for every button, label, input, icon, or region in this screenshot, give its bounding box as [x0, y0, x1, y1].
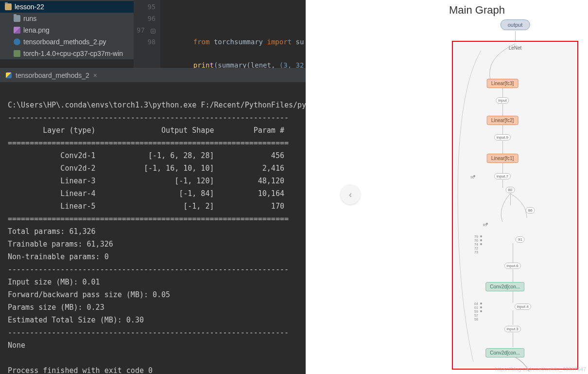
graph-node-86[interactable]: 86 [526, 207, 535, 214]
tree-label: tensorboard_methods_2.py [23, 38, 106, 46]
project-tree[interactable]: lesson-22 runs lena.png tensorboard_meth… [0, 0, 134, 59]
graph-edge [502, 125, 503, 134]
console-line: ----------------------------------------… [8, 113, 289, 122]
line-number: 95 [137, 1, 156, 13]
line-number: 97 [137, 26, 145, 34]
console-line: ========================================… [8, 214, 289, 223]
line-number: 98 [137, 36, 156, 48]
run-console: tensorboard_methods_2 × C:\Users\HP\.con… [0, 68, 309, 374]
code-line [160, 13, 304, 24]
console-tab-label: tensorboard_methods_2 [16, 71, 89, 79]
graph-node-fc2[interactable]: Linear[fc2] [487, 116, 519, 125]
tree-item-lesson-22[interactable]: lesson-22 [0, 1, 134, 13]
graph-dot [486, 223, 488, 225]
console-output[interactable]: C:\Users\HP\.conda\envs\torch1.3\python.… [0, 82, 309, 374]
graph-edge [513, 333, 513, 347]
console-line: Trainable params: 61,326 [8, 240, 113, 249]
graph-node-output[interactable]: output [501, 19, 530, 30]
console-line: Input size (MB): 0.01 [8, 278, 100, 286]
console-line: Linear-3 [-1, 120] 48,120 [8, 177, 284, 185]
folder-icon [14, 15, 20, 22]
graph-edge [502, 180, 503, 188]
graph-node-conv2[interactable]: Conv2d[con... [485, 282, 524, 291]
code-line: print(summary(lenet, (3, 32 [160, 59, 304, 68]
console-line: C:\Users\HP\.conda\envs\torch1.3\python.… [8, 101, 311, 109]
graph-edge [513, 310, 513, 325]
python-run-icon [6, 72, 12, 78]
graph-canvas[interactable]: output LeNet Linear[fc3] input Linear[fc… [452, 19, 578, 370]
tree-label: lesson-22 [15, 3, 44, 11]
tree-item-tb2[interactable]: tensorboard_methods_2.py [0, 36, 134, 48]
console-line: Params size (MB): 0.23 [8, 303, 104, 312]
console-line: Total params: 61,326 [8, 227, 96, 236]
graph-node-fc1[interactable]: Linear[fc1] [487, 154, 519, 163]
graph-node-80[interactable]: 80 [505, 187, 515, 193]
console-line: ========================================… [8, 139, 289, 147]
console-line: Linear-5 [-1, 2] 170 [8, 202, 284, 211]
ide-panel: lesson-22 runs lena.png tensorboard_meth… [0, 0, 306, 374]
console-line: Conv2d-1 [-1, 6, 28, 28] 456 [8, 151, 284, 160]
fold-icon[interactable]: − [151, 29, 156, 34]
package-file-icon [14, 50, 20, 57]
tensorboard-graph-panel[interactable]: Main Graph output LeNet Linear[fc3] inpu… [439, 0, 588, 374]
chevron-left-icon: ‹ [349, 190, 352, 200]
graph-edge [502, 104, 503, 116]
graph-node-input[interactable]: input [496, 97, 509, 104]
graph-edge [502, 141, 503, 154]
console-line: Linear-4 [-1, 84] 10,164 [8, 189, 284, 198]
graph-node-91[interactable]: 91 [516, 236, 525, 243]
close-icon[interactable]: × [93, 71, 97, 79]
graph-node-conv1[interactable]: Conv2d[con... [485, 348, 524, 357]
graph-edge [513, 243, 513, 263]
python-file-icon [14, 38, 20, 45]
graph-edge [513, 291, 513, 303]
code-editor[interactable]: 95 96 97 − 98 from torchsummary import s… [134, 0, 309, 68]
image-file-icon [14, 27, 20, 34]
console-tab[interactable]: tensorboard_methods_2 × [0, 69, 309, 82]
graph-edge [479, 44, 518, 82]
graph-node-fc3[interactable]: Linear[fc3] [487, 79, 519, 88]
graph-node-input7[interactable]: input.7 [494, 173, 511, 179]
console-line: Estimated Total Size (MB): 0.30 [8, 316, 144, 324]
watermark: https://blog.csdn.net/weixin_43387647 [495, 366, 586, 372]
console-line: ----------------------------------------… [8, 328, 289, 337]
graph-edge [502, 88, 503, 97]
tree-item-runs[interactable]: runs [0, 13, 134, 24]
tree-item-whl[interactable]: torch-1.4.0+cpu-cp37-cp37m-win [0, 48, 134, 59]
console-line: Conv2d-2 [-1, 16, 10, 10] 2,416 [8, 164, 284, 173]
tree-item-lena[interactable]: lena.png [0, 24, 134, 36]
graph-edge [502, 162, 503, 173]
tree-label: runs [23, 15, 36, 22]
graph-node-input4[interactable]: input.4 [515, 303, 531, 310]
graph-node-input9[interactable]: input.9 [494, 134, 511, 141]
console-line: Non-trainable params: 0 [8, 252, 109, 261]
editor-gutter: 95 96 97 − 98 [134, 0, 160, 68]
code-content[interactable]: from torchsummary import su print(summar… [160, 0, 304, 68]
line-number: 96 [137, 13, 156, 24]
code-line: from torchsummary import su [160, 36, 304, 48]
folder-open-icon [5, 3, 12, 10]
console-line: Layer (type) Output Shape Param # [8, 126, 284, 135]
console-line: Forward/backward pass size (MB): 0.05 [8, 290, 170, 299]
graph-edge-long [454, 51, 483, 362]
prev-button[interactable]: ‹ [341, 185, 360, 204]
spacer: ‹ [306, 0, 439, 374]
graph-title: Main Graph [449, 4, 578, 17]
console-line: ----------------------------------------… [8, 265, 289, 274]
graph-node-input3[interactable]: input.3 [504, 326, 521, 332]
tree-label: torch-1.4.0+cpu-cp37-cp37m-win [23, 50, 123, 57]
console-line: None [8, 341, 25, 350]
console-line: Process finished with exit code 0 [8, 366, 153, 374]
graph-edge [513, 269, 513, 282]
graph-node-input6[interactable]: input.6 [504, 263, 521, 269]
tree-label: lena.png [23, 26, 50, 34]
